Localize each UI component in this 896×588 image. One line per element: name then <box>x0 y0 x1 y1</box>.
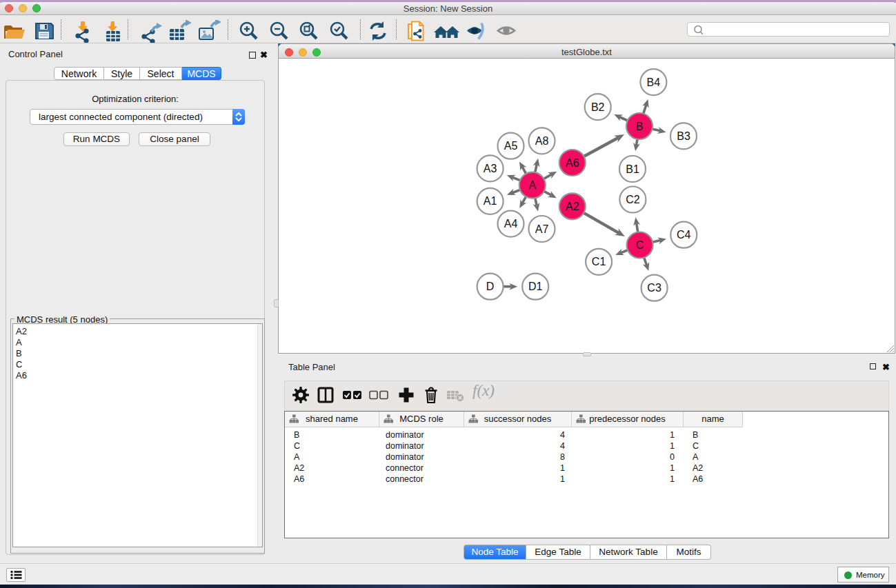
svg-text:A1: A1 <box>484 195 497 207</box>
svg-text:A6: A6 <box>566 157 579 169</box>
svg-text:A4: A4 <box>504 218 518 230</box>
svg-text:D1: D1 <box>528 281 543 292</box>
svg-text:C4: C4 <box>677 229 691 241</box>
svg-text:B4: B4 <box>647 77 661 88</box>
svg-text:C1: C1 <box>592 256 606 267</box>
svg-text:A2: A2 <box>566 201 579 212</box>
svg-text:B3: B3 <box>677 130 690 142</box>
svg-text:B2: B2 <box>591 101 605 113</box>
svg-text:A8: A8 <box>535 135 549 147</box>
svg-text:C: C <box>636 239 644 251</box>
svg-text:A5: A5 <box>504 140 518 152</box>
svg-text:C3: C3 <box>647 282 661 294</box>
svg-text:C2: C2 <box>626 194 640 205</box>
svg-text:D: D <box>486 281 495 292</box>
svg-text:A3: A3 <box>484 163 497 174</box>
svg-text:A7: A7 <box>535 223 549 235</box>
svg-text:B1: B1 <box>626 163 639 175</box>
svg-text:A: A <box>528 179 536 191</box>
svg-text:B: B <box>636 121 644 132</box>
